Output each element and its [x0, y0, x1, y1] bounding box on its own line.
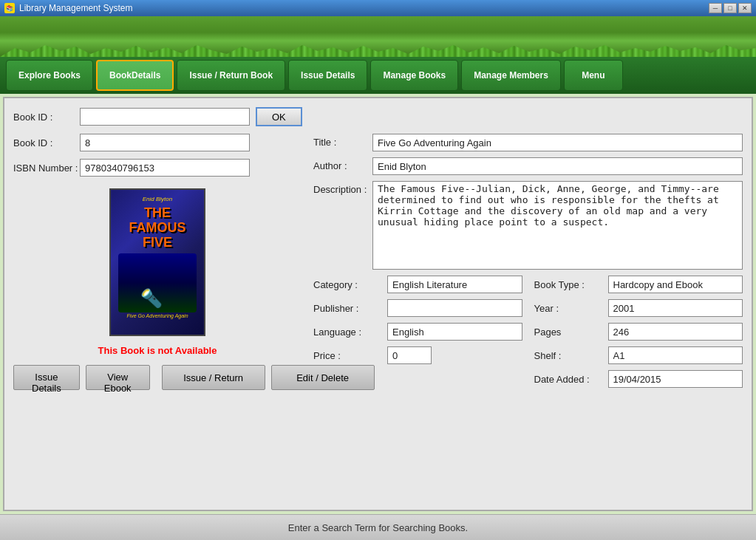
- book-id-field[interactable]: [80, 134, 250, 151]
- book-type-item: Book Type :: [534, 276, 743, 293]
- pages-label: Pages: [534, 327, 608, 338]
- language-label: Language :: [313, 327, 387, 338]
- app-icon: 📚: [4, 3, 15, 13]
- book-id-label: Book ID :: [13, 137, 80, 148]
- book-type-field[interactable]: [608, 276, 743, 293]
- right-panel: Title : Author : Description : The Famou…: [313, 134, 743, 390]
- ok-button[interactable]: OK: [256, 107, 302, 126]
- publisher-field[interactable]: [387, 299, 522, 317]
- price-label: Price :: [313, 350, 387, 361]
- isbn-label: ISBN Number :: [13, 163, 80, 174]
- book-id-search-label: Book ID :: [13, 112, 80, 123]
- title-label: Title :: [313, 134, 372, 148]
- status-bar: Enter a Search Term for Searching Books.: [0, 514, 756, 540]
- cover-subtitle: Five Go Adventuring Again: [114, 313, 201, 318]
- minimize-button[interactable]: ─: [709, 3, 722, 13]
- description-label: Description :: [313, 181, 372, 195]
- title-bar: 📚 Library Management System ─ □ ✕: [0, 0, 756, 16]
- title-field[interactable]: [372, 134, 743, 151]
- nav-manage-books[interactable]: Manage Books: [370, 60, 458, 91]
- author-field[interactable]: [372, 157, 743, 175]
- shelf-item: Shelf :: [534, 346, 743, 364]
- book-id-search-row: Book ID : OK: [13, 107, 743, 126]
- date-added-item: Date Added :: [534, 370, 743, 388]
- nav-menu[interactable]: Menu: [564, 60, 623, 91]
- detail-grid: Category : Book Type : Publisher : Year …: [313, 276, 743, 388]
- title-row: Title :: [313, 134, 743, 151]
- publisher-item: Publisher :: [313, 299, 522, 317]
- grass-header: [0, 16, 756, 57]
- app-title: Library Management System: [19, 3, 132, 13]
- issue-details-button[interactable]: Issue Details: [13, 365, 80, 390]
- main-content: Book ID : OK Book ID : ISBN Number : Eni…: [3, 97, 753, 511]
- description-row: Description : The Famous Five--Julian, D…: [313, 181, 743, 270]
- book-type-label: Book Type :: [534, 279, 608, 290]
- isbn-field[interactable]: [80, 159, 250, 177]
- view-ebook-button[interactable]: View Ebook: [86, 365, 150, 390]
- cover-series: THEFAMOUSFIVE: [114, 206, 201, 250]
- author-label: Author :: [313, 157, 372, 171]
- year-label: Year :: [534, 303, 608, 314]
- description-field[interactable]: The Famous Five--Julian, Dick, Anne, Geo…: [372, 181, 743, 270]
- publisher-label: Publisher :: [313, 303, 387, 314]
- status-message: Enter a Search Term for Searching Books.: [288, 522, 468, 533]
- book-id-search-input[interactable]: [80, 108, 250, 126]
- issue-return-button[interactable]: Issue / Return: [162, 365, 265, 390]
- category-field[interactable]: [387, 276, 522, 293]
- date-added-label: Date Added :: [534, 374, 608, 385]
- year-field[interactable]: [608, 299, 743, 317]
- nav-book-details[interactable]: BookDetails: [96, 60, 174, 91]
- shelf-label: Shelf :: [534, 350, 608, 361]
- category-item: Category :: [313, 276, 522, 293]
- date-added-field[interactable]: [608, 370, 743, 388]
- pages-item: Pages: [534, 323, 743, 341]
- price-item: Price :: [313, 346, 522, 364]
- language-field[interactable]: [387, 323, 522, 341]
- nav-issue-return[interactable]: Issue / Return Book: [177, 60, 285, 91]
- isbn-row: ISBN Number :: [13, 159, 302, 177]
- maximize-button[interactable]: □: [723, 3, 737, 13]
- year-item: Year :: [534, 299, 743, 317]
- availability-status: This Book is not Available: [98, 345, 217, 356]
- language-item: Language :: [313, 323, 522, 341]
- pages-field[interactable]: [608, 323, 743, 341]
- author-row: Author :: [313, 157, 743, 175]
- category-label: Category :: [313, 279, 387, 290]
- nav-manage-members[interactable]: Manage Members: [461, 60, 561, 91]
- book-cover: Enid Blyton THEFAMOUSFIVE Five Go Advent…: [109, 188, 205, 336]
- close-button[interactable]: ✕: [738, 3, 752, 13]
- cover-scene: [118, 253, 197, 312]
- book-cover-area: Enid Blyton THEFAMOUSFIVE Five Go Advent…: [13, 188, 302, 356]
- nav-bar: Explore Books BookDetails Issue / Return…: [0, 57, 756, 94]
- left-panel: Book ID : ISBN Number : Enid Blyton THEF…: [13, 134, 302, 390]
- nav-issue-details[interactable]: Issue Details: [288, 60, 367, 91]
- cover-author: Enid Blyton: [111, 196, 204, 202]
- shelf-field[interactable]: [608, 346, 743, 364]
- bottom-buttons: Issue Details View Ebook Issue / Return …: [13, 365, 302, 390]
- nav-explore-books[interactable]: Explore Books: [6, 60, 93, 91]
- book-id-row: Book ID :: [13, 134, 302, 151]
- content-grid: Book ID : ISBN Number : Enid Blyton THEF…: [13, 134, 743, 390]
- price-field[interactable]: [387, 346, 432, 364]
